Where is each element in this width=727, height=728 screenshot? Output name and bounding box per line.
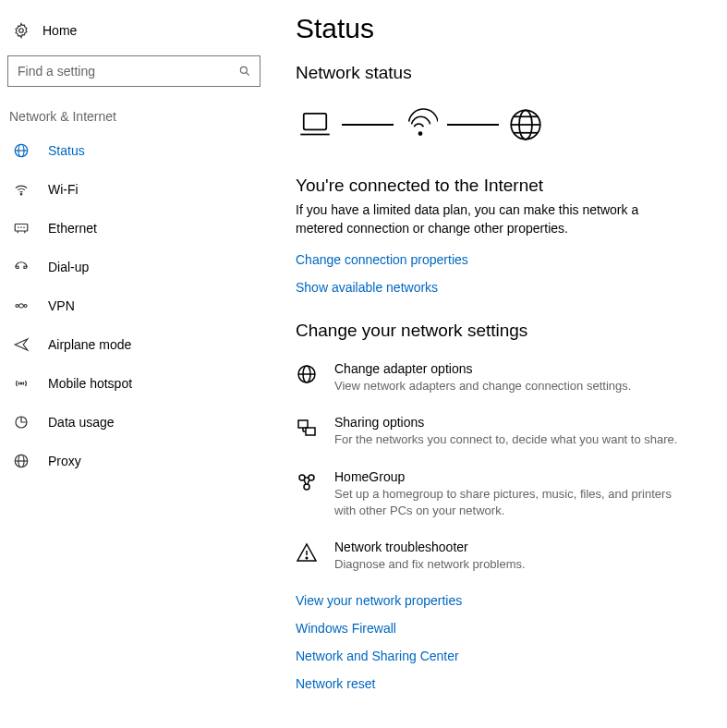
sidebar-item-label: Airplane mode [48, 337, 131, 352]
sidebar-item-hotspot[interactable]: Mobile hotspot [7, 364, 261, 403]
setting-sharing-options[interactable]: Sharing options For the networks you con… [296, 415, 684, 448]
sidebar-item-label: Ethernet [48, 221, 97, 236]
sharing-icon [296, 417, 318, 439]
connection-diagram [296, 105, 709, 144]
home-button[interactable]: Home [7, 18, 261, 52]
search-container [7, 55, 261, 87]
change-settings-heading: Change your network settings [296, 321, 709, 341]
setting-desc: For the networks you connect to, decide … [334, 431, 677, 448]
setting-change-adapter[interactable]: Change adapter options View network adap… [296, 361, 684, 394]
sidebar-item-label: Status [48, 143, 85, 158]
svg-point-13 [16, 305, 18, 308]
setting-title: HomeGroup [334, 469, 684, 484]
ethernet-icon [13, 220, 30, 237]
adapter-icon [296, 363, 318, 385]
sidebar-item-wifi[interactable]: Wi-Fi [7, 170, 261, 209]
setting-homegroup[interactable]: HomeGroup Set up a homegroup to share pi… [296, 469, 684, 519]
sidebar-item-label: Proxy [48, 454, 81, 468]
svg-rect-31 [306, 428, 315, 435]
content-pane: Status Network status You're connected t… [268, 0, 727, 728]
svg-point-0 [19, 29, 24, 33]
sidebar: Home Network & Internet Status Wi-Fi Eth… [0, 0, 268, 728]
vpn-icon [13, 297, 30, 314]
svg-point-14 [24, 305, 27, 308]
setting-troubleshooter[interactable]: Network troubleshooter Diagnose and fix … [296, 540, 684, 573]
warning-icon [296, 541, 318, 564]
svg-point-36 [304, 484, 309, 490]
sidebar-item-label: Dial-up [48, 260, 89, 274]
hotspot-icon [13, 375, 30, 392]
globe-icon [13, 142, 30, 159]
svg-line-38 [308, 479, 309, 484]
gear-icon [13, 22, 30, 39]
sidebar-section-title: Network & Internet [7, 109, 261, 131]
svg-point-41 [306, 557, 308, 559]
svg-line-37 [304, 479, 306, 484]
svg-point-15 [20, 382, 22, 384]
sidebar-item-status[interactable]: Status [7, 131, 261, 170]
data-usage-icon [13, 414, 30, 431]
phone-icon [13, 259, 30, 275]
sidebar-item-proxy[interactable]: Proxy [7, 442, 261, 480]
setting-title: Change adapter options [334, 361, 631, 376]
link-network-reset[interactable]: Network reset [296, 676, 375, 691]
sidebar-item-label: Wi-Fi [48, 182, 79, 197]
page-title: Status [296, 13, 709, 44]
sidebar-item-label: Mobile hotspot [48, 376, 132, 391]
sidebar-item-vpn[interactable]: VPN [7, 286, 261, 325]
sidebar-item-label: VPN [48, 298, 75, 313]
link-network-sharing-center[interactable]: Network and Sharing Center [296, 649, 459, 663]
setting-desc: View network adapters and change connect… [334, 378, 631, 394]
airplane-icon [13, 336, 30, 353]
setting-title: Network troubleshooter [334, 540, 526, 554]
homegroup-icon [296, 471, 318, 493]
home-label: Home [42, 23, 77, 38]
svg-rect-30 [298, 420, 308, 428]
wifi-icon [401, 105, 440, 144]
svg-point-21 [418, 132, 421, 135]
connected-body: If you have a limited data plan, you can… [296, 201, 647, 237]
search-input[interactable] [7, 55, 261, 87]
setting-desc: Set up a homegroup to share pictures, mu… [334, 486, 684, 519]
globe-icon [13, 453, 30, 469]
sidebar-item-label: Data usage [48, 415, 115, 430]
laptop-icon [296, 105, 334, 144]
svg-point-6 [20, 194, 22, 196]
sidebar-item-dialup[interactable]: Dial-up [7, 248, 261, 286]
svg-rect-20 [304, 114, 327, 130]
sidebar-item-data-usage[interactable]: Data usage [7, 403, 261, 442]
link-view-network-properties[interactable]: View your network properties [296, 593, 462, 608]
connector-line [447, 124, 499, 126]
link-change-connection-properties[interactable]: Change connection properties [296, 252, 468, 267]
setting-desc: Diagnose and fix network problems. [334, 556, 526, 573]
link-show-available-networks[interactable]: Show available networks [296, 280, 438, 295]
connected-heading: You're connected to the Internet [296, 176, 709, 196]
link-windows-firewall[interactable]: Windows Firewall [296, 621, 396, 636]
sidebar-item-airplane[interactable]: Airplane mode [7, 325, 261, 364]
connector-line [342, 124, 394, 126]
network-status-heading: Network status [296, 63, 709, 83]
wifi-icon [13, 181, 30, 198]
setting-title: Sharing options [334, 415, 677, 430]
sidebar-item-ethernet[interactable]: Ethernet [7, 209, 261, 248]
globe-icon [506, 105, 545, 144]
